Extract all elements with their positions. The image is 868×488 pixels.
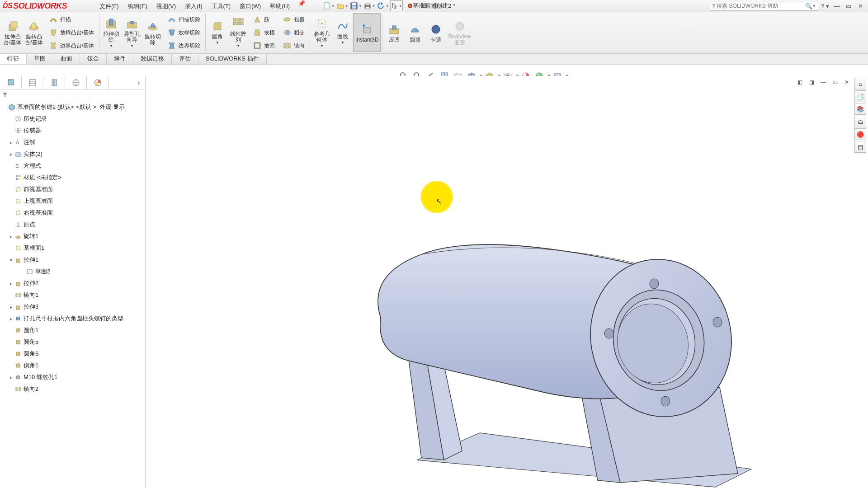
task-home[interactable]: ⌂ — [854, 78, 866, 89]
help-search[interactable]: ? 🔍▼ — [710, 1, 818, 11]
tree-material[interactable]: 材质 <未指定> — [0, 172, 145, 183]
menu-window[interactable]: 窗口(W) — [235, 0, 265, 12]
property-manager-tab[interactable] — [22, 76, 43, 89]
tree-extrude3[interactable]: ▸拉伸3 — [0, 301, 145, 313]
loft-cut-button[interactable]: 放样切除 — [165, 26, 203, 39]
tree-root[interactable]: 基准面的创建2 (默认< <默认 >_外观 显示 — [0, 101, 145, 113]
intersect-button[interactable]: 相交 — [280, 26, 307, 39]
help-menu-button[interactable]: ? ▾ — [820, 1, 830, 10]
flyout-expand-button[interactable]: › — [132, 79, 145, 87]
tree-equations[interactable]: Σ方程式 — [0, 160, 145, 172]
pin-icon[interactable]: 📌 — [294, 0, 309, 12]
tab-addins[interactable]: SOLIDWORKS 插件 — [198, 54, 267, 64]
vp-dock-right[interactable]: ◨ — [807, 78, 816, 87]
graphics-viewport[interactable]: ◧ ◨ — ▭ ✕ ⌂ 📑 📚 🗂 🔴 ▤ — [146, 76, 868, 488]
revolve-icon — [14, 232, 23, 240]
feature-manager-tab[interactable] — [0, 76, 22, 89]
tree-revolve1[interactable]: ▸旋转1 — [0, 230, 145, 242]
tree-fillet1[interactable]: 圆角1 — [0, 324, 145, 336]
task-view-palette[interactable]: 🔴 — [854, 128, 866, 140]
tree-mirror1[interactable]: 镜向1 — [0, 289, 145, 301]
tree-sketch2[interactable]: 草图2 — [0, 266, 145, 277]
tree-fillet5[interactable]: 圆角5 — [0, 336, 145, 348]
tree-front-plane[interactable]: 前视基准面 — [0, 183, 145, 195]
menu-insert[interactable]: 插入(I) — [180, 0, 207, 12]
hole-wizard-button[interactable]: 异型孔 向导▼ — [122, 13, 142, 52]
shell-button[interactable]: 抽壳 — [250, 39, 277, 52]
loft-boss-button[interactable]: 放样凸台/基体 — [46, 26, 96, 39]
save-button[interactable]: ▼ — [349, 0, 362, 11]
tab-sheet-metal[interactable]: 钣金 — [80, 54, 107, 64]
tree-origin[interactable]: 原点 — [0, 219, 145, 230]
select-button[interactable]: ▼ — [390, 0, 403, 11]
tree-solid-bodies[interactable]: ▸实体(2) — [0, 148, 145, 160]
dome-button[interactable]: 圆顶 — [405, 13, 425, 52]
tab-features[interactable]: 特征 — [0, 54, 27, 64]
tree-extrude1[interactable]: ▾拉伸1 — [0, 254, 145, 266]
boundary-cut-button[interactable]: 边界切除 — [165, 39, 203, 52]
tree-extrude2[interactable]: ▸拉伸2 — [0, 277, 145, 289]
extrude-cut-button[interactable]: 拉伸切 除▼ — [101, 13, 122, 52]
extrude-boss-button[interactable]: 拉伸凸 台/基体 — [2, 13, 23, 52]
tree-annotations[interactable]: ▸A注解 — [0, 136, 145, 148]
menu-help[interactable]: 帮助(H) — [265, 0, 294, 12]
wrap-button[interactable]: 包覆 — [280, 13, 307, 26]
ref-geometry-button[interactable]: 参考几 何体▼ — [311, 13, 332, 52]
tab-weldments[interactable]: 焊件 — [107, 54, 133, 64]
tree-fillet6[interactable]: 圆角6 — [0, 348, 145, 360]
vp-minimize[interactable]: — — [818, 78, 828, 87]
tab-evaluate[interactable]: 评估 — [172, 54, 198, 64]
tree-chamfer1[interactable]: 倒角1 — [0, 360, 145, 371]
vp-dock-left[interactable]: ◧ — [795, 78, 805, 87]
tree-cbore[interactable]: ▸打孔尺寸根据内六角圆柱头螺钉的类型 — [0, 313, 145, 324]
dimxpert-manager-tab[interactable] — [65, 76, 87, 89]
help-search-input[interactable] — [717, 3, 805, 9]
filter-row[interactable] — [0, 89, 145, 100]
open-button[interactable]: ▼ — [336, 0, 349, 11]
tree-mirror2[interactable]: 镜向2 — [0, 383, 145, 395]
revolve-cut-button[interactable]: 旋转切 除 — [142, 13, 163, 52]
linear-pattern-button[interactable]: 线性阵 列▼ — [228, 13, 249, 52]
snap-button[interactable]: 卡通 — [425, 13, 446, 52]
tab-sketch[interactable]: 草图 — [27, 54, 53, 64]
vp-maximize[interactable]: ▭ — [830, 78, 840, 87]
sweep-button[interactable]: 扫描 — [46, 13, 96, 26]
instant3d-button[interactable]: Instant3D — [353, 13, 381, 52]
vp-close[interactable]: ✕ — [842, 78, 852, 87]
menu-edit[interactable]: 编辑(E) — [123, 0, 152, 12]
new-button[interactable]: ▼ — [322, 0, 335, 11]
tree-top-plane[interactable]: 上视基准面 — [0, 195, 145, 207]
curves-button[interactable]: 曲线▼ — [332, 13, 353, 52]
menu-tools[interactable]: 工具(T) — [207, 0, 236, 12]
tree-sensors[interactable]: 传感器 — [0, 125, 145, 136]
rib-button[interactable]: 筋 — [250, 13, 277, 26]
minimize-button[interactable]: — — [832, 1, 842, 10]
sweep-cut-button[interactable]: 扫描切除 — [165, 13, 203, 26]
menu-file[interactable]: 文件(F) — [95, 0, 123, 12]
menu-view[interactable]: 视图(V) — [152, 0, 180, 12]
tab-data-migration[interactable]: 数据迁移 — [133, 54, 172, 64]
print-button[interactable]: ▼ — [363, 0, 376, 11]
task-resources[interactable]: 📑 — [854, 90, 866, 102]
feature-tree[interactable]: 基准面的创建2 (默认< <默认 >_外观 显示 历史记录 传感器 ▸A注解 ▸… — [0, 100, 145, 488]
tree-right-plane[interactable]: 右视基准面 — [0, 207, 145, 219]
tree-history[interactable]: 历史记录 — [0, 113, 145, 125]
display-manager-tab[interactable] — [87, 76, 108, 89]
task-appearances[interactable]: ▤ — [854, 141, 866, 153]
maximize-button[interactable]: ▭ — [844, 1, 854, 10]
emboss-button[interactable]: 压凹 — [384, 13, 405, 52]
undo-button[interactable]: ▼ — [377, 0, 389, 11]
close-button[interactable]: ✕ — [855, 1, 865, 10]
tab-surfaces[interactable]: 曲面 — [53, 54, 80, 64]
task-design-library[interactable]: 📚 — [854, 103, 866, 115]
boundary-boss-button[interactable]: 边界凸台/基体 — [46, 39, 96, 52]
tree-thread1[interactable]: ▸M10 螺纹孔1 — [0, 371, 145, 383]
configuration-manager-tab[interactable] — [43, 76, 65, 89]
fillet-button[interactable]: 圆角▼ — [207, 13, 228, 52]
task-file-explorer[interactable]: 🗂 — [854, 116, 866, 127]
mirror-button[interactable]: 镜向 — [280, 39, 307, 52]
search-icon[interactable]: 🔍 — [805, 3, 812, 9]
revolve-boss-button[interactable]: 旋转凸 台/基体 — [23, 13, 44, 52]
draft-button[interactable]: 拔模 — [250, 26, 277, 39]
tree-plane1[interactable]: 基准面1 — [0, 242, 145, 254]
